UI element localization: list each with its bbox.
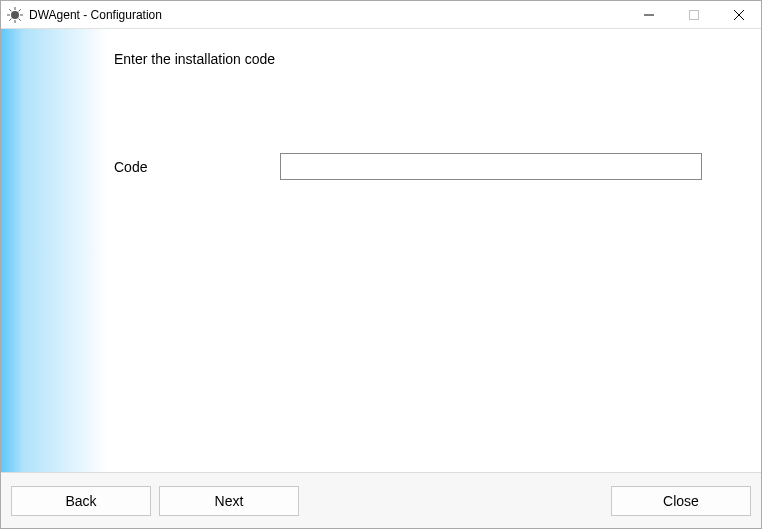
footer: Back Next Close (1, 472, 761, 528)
svg-line-7 (9, 18, 11, 20)
titlebar: DWAgent - Configuration (1, 1, 761, 29)
code-label: Code (114, 159, 280, 175)
close-button[interactable]: Close (611, 486, 751, 516)
svg-rect-10 (689, 10, 698, 19)
app-icon (7, 7, 23, 23)
maximize-button (671, 1, 716, 28)
window-close-button[interactable] (716, 1, 761, 28)
window-controls (626, 1, 761, 28)
window-title: DWAgent - Configuration (29, 8, 162, 22)
minimize-button[interactable] (626, 1, 671, 28)
svg-line-5 (9, 9, 11, 11)
svg-line-8 (19, 9, 21, 11)
back-button[interactable]: Back (11, 486, 151, 516)
svg-line-6 (19, 18, 21, 20)
svg-point-0 (11, 11, 19, 19)
content-area: Enter the installation code Code (1, 29, 761, 472)
code-input[interactable] (280, 153, 702, 180)
instruction-text: Enter the installation code (114, 51, 275, 67)
next-button[interactable]: Next (159, 486, 299, 516)
code-field-row: Code (114, 153, 702, 180)
app-window: DWAgent - Configuration Enter the instal… (0, 0, 762, 529)
